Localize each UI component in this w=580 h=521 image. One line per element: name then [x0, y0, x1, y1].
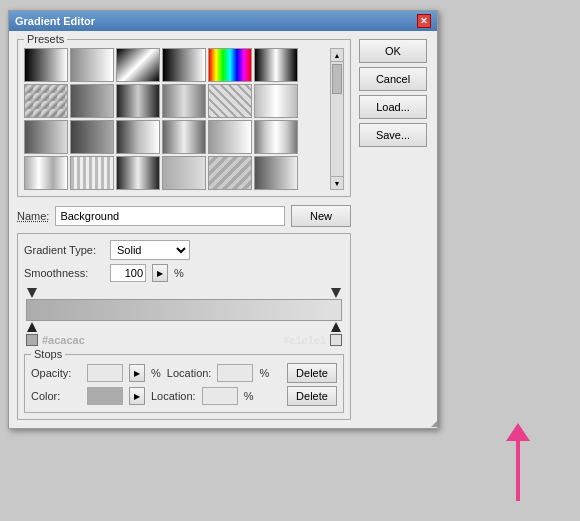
new-button[interactable]: New: [291, 205, 351, 227]
bottom-stop-right[interactable]: [330, 322, 342, 332]
color-location-label: Location:: [151, 390, 196, 402]
gradient-editor-dialog: Gradient Editor ✕ Presets: [8, 10, 438, 429]
bottom-stops-row: [24, 322, 344, 332]
opacity-delete-button[interactable]: Delete: [287, 363, 337, 383]
smoothness-input[interactable]: [110, 264, 146, 282]
presets-scrollbar[interactable]: ▲ ▼: [330, 48, 344, 190]
color-stop-label: Color:: [31, 390, 81, 402]
right-hex-label: #e1e1e1: [283, 334, 326, 346]
opacity-row: Opacity: ▶ % Location: % Delete: [31, 363, 337, 383]
color-delete-button[interactable]: Delete: [287, 386, 337, 406]
ok-button[interactable]: OK: [359, 39, 427, 63]
gradient-type-row: Gradient Type: Solid Noise: [24, 240, 344, 260]
smoothness-row: Smoothness: ▶ %: [24, 264, 344, 282]
preset-item[interactable]: [162, 48, 206, 82]
name-label: Name:: [17, 210, 49, 222]
preset-item[interactable]: [70, 120, 114, 154]
preset-item[interactable]: [162, 84, 206, 118]
top-stop-left-arrow: [27, 288, 37, 298]
load-button[interactable]: Load...: [359, 95, 427, 119]
color-stop-preview[interactable]: [87, 387, 123, 405]
top-stop-left[interactable]: [26, 288, 38, 298]
preset-item[interactable]: [116, 156, 160, 190]
preset-item[interactable]: [208, 120, 252, 154]
top-stops-row: [24, 288, 344, 298]
gradient-type-label: Gradient Type:: [24, 244, 104, 256]
opacity-arrow-button[interactable]: ▶: [129, 364, 145, 382]
scroll-thumb[interactable]: [332, 64, 342, 94]
opacity-input[interactable]: [87, 364, 123, 382]
top-stop-right-arrow: [331, 288, 341, 298]
preset-item[interactable]: [24, 84, 68, 118]
preset-item[interactable]: [24, 120, 68, 154]
color-location-pct: %: [244, 390, 254, 402]
opacity-pct: %: [151, 367, 161, 379]
gradient-bar-section: #acacac #e1e1e1: [24, 288, 344, 346]
right-panel: OK Cancel Load... Save...: [359, 39, 429, 420]
preset-item[interactable]: [254, 120, 298, 154]
left-hex-label: #acacac: [42, 334, 85, 346]
smoothness-label: Smoothness:: [24, 267, 104, 279]
gradient-preview-bar[interactable]: [26, 299, 342, 321]
color-stop-row: Color: ▶ Location: % Delete: [31, 386, 337, 406]
bottom-stop-left-arrow: [27, 322, 37, 332]
preset-item[interactable]: [254, 84, 298, 118]
bottom-stop-left[interactable]: [26, 322, 38, 332]
save-button[interactable]: Save...: [359, 123, 427, 147]
left-panel: Presets: [17, 39, 351, 420]
preset-item[interactable]: [24, 48, 68, 82]
resize-handle[interactable]: ◢: [427, 418, 437, 428]
opacity-location-label: Location:: [167, 367, 212, 379]
resize-dots: ◢: [431, 420, 437, 428]
arrow-shaft: [516, 441, 520, 501]
preset-item[interactable]: [116, 48, 160, 82]
left-color-swatch: [26, 334, 38, 346]
bottom-stop-right-arrow: [331, 322, 341, 332]
name-row: Name: New: [17, 205, 351, 227]
right-color-swatch: [330, 334, 342, 346]
presets-label: Presets: [24, 33, 67, 45]
color-label-left: #acacac: [26, 334, 85, 346]
close-button[interactable]: ✕: [417, 14, 431, 28]
arrow-head: [506, 423, 530, 441]
scroll-down-button[interactable]: ▼: [330, 176, 344, 190]
arrow-annotation: [506, 423, 530, 501]
opacity-location-input[interactable]: [217, 364, 253, 382]
presets-grid: [24, 48, 328, 190]
preset-item[interactable]: [208, 156, 252, 190]
preset-item[interactable]: [70, 156, 114, 190]
top-stop-right[interactable]: [330, 288, 342, 298]
gradient-controls: Gradient Type: Solid Noise Smoothness: ▶…: [17, 233, 351, 420]
preset-item[interactable]: [24, 156, 68, 190]
presets-container: ▲ ▼: [24, 48, 344, 190]
preset-item[interactable]: [254, 156, 298, 190]
stops-group: Stops Opacity: ▶ % Location: % Delete: [24, 354, 344, 413]
preset-item[interactable]: [162, 120, 206, 154]
color-label-right: #e1e1e1: [283, 334, 342, 346]
color-labels-row: #acacac #e1e1e1: [26, 334, 342, 346]
name-input[interactable]: [55, 206, 285, 226]
color-arrow-button[interactable]: ▶: [129, 387, 145, 405]
preset-item[interactable]: [162, 156, 206, 190]
smoothness-increment-button[interactable]: ▶: [152, 264, 168, 282]
presets-group: Presets: [17, 39, 351, 197]
opacity-location-pct: %: [259, 367, 269, 379]
preset-item[interactable]: [116, 84, 160, 118]
color-location-input[interactable]: [202, 387, 238, 405]
cancel-button[interactable]: Cancel: [359, 67, 427, 91]
preset-item[interactable]: [70, 84, 114, 118]
preset-item[interactable]: [208, 84, 252, 118]
titlebar: Gradient Editor ✕: [9, 11, 437, 31]
gradient-type-select[interactable]: Solid Noise: [110, 240, 190, 260]
opacity-label: Opacity:: [31, 367, 81, 379]
preset-item[interactable]: [70, 48, 114, 82]
scroll-up-button[interactable]: ▲: [330, 48, 344, 62]
preset-item[interactable]: [208, 48, 252, 82]
dialog-body: Presets: [9, 31, 437, 428]
scroll-track[interactable]: [330, 62, 344, 176]
dialog-title: Gradient Editor: [15, 15, 95, 27]
smoothness-pct: %: [174, 267, 184, 279]
preset-item[interactable]: [116, 120, 160, 154]
preset-item[interactable]: [254, 48, 298, 82]
stops-label: Stops: [31, 348, 65, 360]
